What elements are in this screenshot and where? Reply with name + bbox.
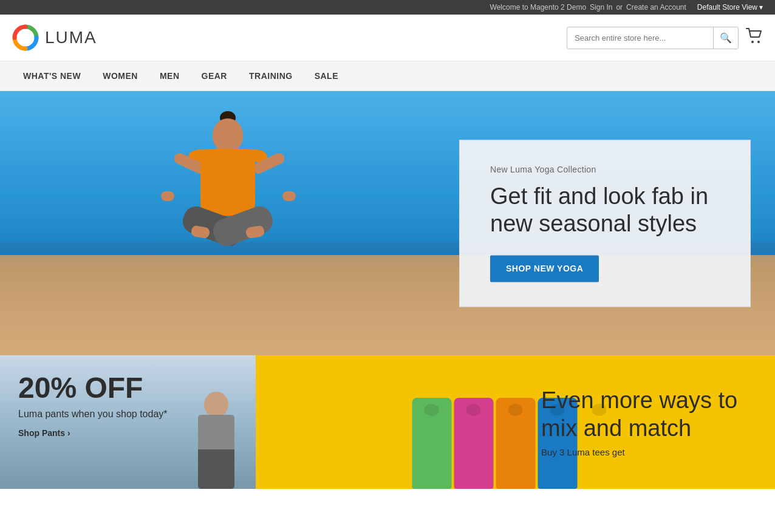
create-account-link[interactable]: Create an Account: [626, 3, 686, 12]
logo-text: LUMA: [45, 28, 97, 47]
svg-point-1: [751, 41, 754, 43]
figure-foot-left: [245, 225, 265, 239]
search-input[interactable]: [567, 29, 713, 47]
nav-item-men[interactable]: Men: [149, 61, 191, 90]
shopping-cart-icon: [746, 28, 763, 44]
figure-hand-right: [282, 191, 296, 201]
store-switcher[interactable]: Default Store View ▾: [697, 3, 763, 12]
banner-right-text-block: Even more ways to mix and match Buy 3 Lu…: [541, 387, 757, 457]
yoga-figure: [152, 118, 322, 337]
header-right: 🔍: [567, 27, 763, 49]
main-navigation: What's New Women Men Gear Training Sale: [0, 61, 775, 91]
promo-subtitle: New Luma Yoga Collection: [490, 165, 720, 174]
man-legs: [198, 449, 234, 489]
svg-point-2: [757, 41, 760, 43]
signin-link[interactable]: Sign In: [590, 3, 612, 12]
shop-pants-link[interactable]: Shop Pants ›: [18, 428, 237, 438]
header: LUMA 🔍: [0, 15, 775, 61]
nav-item-sale[interactable]: Sale: [304, 61, 349, 90]
search-button[interactable]: 🔍: [713, 27, 738, 49]
nav-item-whats-new[interactable]: What's New: [12, 61, 92, 90]
cart-icon[interactable]: [746, 28, 763, 47]
banner-right-subtitle: Buy 3 Luma tees get: [541, 447, 757, 457]
shop-new-yoga-button[interactable]: Shop New Yoga: [490, 255, 599, 282]
discount-description: Luma pants when you shop today*: [18, 408, 237, 421]
welcome-message: Welcome to Magento 2 Demo: [490, 3, 587, 12]
figure-head: [213, 118, 243, 152]
store-view-label: Default Store View: [697, 3, 757, 12]
logo-icon: [12, 24, 39, 51]
tank-pink: [454, 398, 493, 489]
nav-item-training[interactable]: Training: [238, 61, 304, 90]
tank-orange: [496, 398, 535, 489]
nav-item-women[interactable]: Women: [92, 61, 149, 90]
search-icon: 🔍: [720, 33, 732, 43]
banner-tees: Even more ways to mix and match Buy 3 Lu…: [256, 355, 775, 489]
lower-banners: 20% OFF Luma pants when you shop today* …: [0, 355, 775, 489]
figure-torso: [200, 149, 255, 216]
tank-green: [412, 398, 451, 489]
banner-right-title: Even more ways to mix and match: [541, 387, 757, 442]
nav-item-gear[interactable]: Gear: [191, 61, 238, 90]
top-bar: Welcome to Magento 2 Demo Sign In or Cre…: [0, 0, 775, 15]
promo-title: Get fit and look fab in new seasonal sty…: [490, 183, 720, 238]
or-separator: or: [616, 3, 623, 12]
hero-promo-box: New Luma Yoga Collection Get fit and loo…: [459, 140, 751, 307]
search-box: 🔍: [567, 27, 739, 49]
discount-text: 20% OFF: [18, 373, 237, 403]
figure-hand-left: [161, 191, 174, 201]
logo[interactable]: LUMA: [12, 24, 97, 51]
banner-pants: 20% OFF Luma pants when you shop today* …: [0, 355, 256, 489]
banner-left-content: 20% OFF Luma pants when you shop today* …: [18, 373, 237, 438]
hero-banner: New Luma Yoga Collection Get fit and loo…: [0, 91, 775, 355]
chevron-down-icon: ▾: [759, 3, 763, 12]
